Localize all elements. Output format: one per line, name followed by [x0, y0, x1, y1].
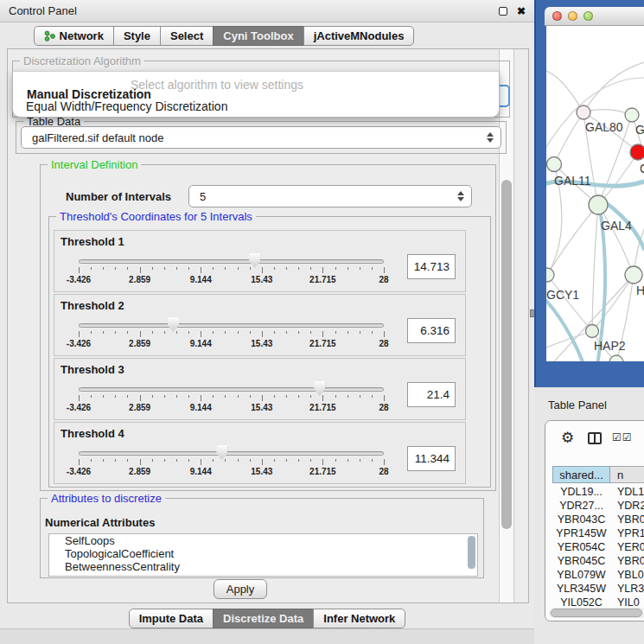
- column-header-name[interactable]: n: [610, 466, 644, 483]
- cell-name: YIL0: [610, 596, 644, 607]
- select-columns-checkbox-icons[interactable]: ☑☑: [612, 431, 633, 443]
- network-edge: [583, 62, 644, 112]
- network-node-GAL80[interactable]: [577, 105, 590, 119]
- apply-button[interactable]: Apply: [214, 579, 267, 599]
- panel-title: Control Panel: [9, 4, 499, 17]
- network-node-node-top-right[interactable]: [625, 108, 639, 122]
- network-edge: [554, 112, 583, 164]
- cell-name: YDR2: [610, 500, 644, 512]
- slider-tick-label: 21.715: [301, 275, 344, 284]
- slider-tick-label: -3.426: [57, 467, 100, 476]
- threshold-value-field[interactable]: 21.4: [407, 382, 456, 407]
- slider-tick-label: 15.43: [240, 467, 284, 476]
- control-panel-titlebar: Control Panel ✖: [0, 0, 534, 22]
- network-edge: [547, 205, 598, 275]
- columns-icon[interactable]: [588, 432, 602, 444]
- algorithm-option-2[interactable]: Equal Width/Frequency Discretization: [26, 100, 227, 112]
- threshold-4-block: Threshold 4 -3.4262.8599.14415.4321.7152…: [54, 422, 466, 484]
- tab-select[interactable]: Select: [160, 26, 214, 46]
- table-row[interactable]: YBL079WYBL0: [552, 568, 644, 582]
- network-node-bottom-node[interactable]: [609, 355, 623, 361]
- slider-ticks: [79, 267, 384, 274]
- number-of-intervals-label: Number of Intervals: [66, 190, 171, 203]
- slider-tick-label: 28: [362, 275, 405, 284]
- slider-tick-label: 9.144: [179, 403, 222, 412]
- cell-name: YPR1: [610, 527, 644, 539]
- list-scrollbar-thumb[interactable]: [468, 536, 475, 569]
- desktop-strip: [0, 629, 534, 644]
- panel-scrollbar-thumb[interactable]: [501, 180, 512, 529]
- threshold-slider-handle[interactable]: [249, 253, 260, 268]
- threshold-slider-track[interactable]: [79, 387, 384, 392]
- network-edge: [547, 275, 592, 331]
- threshold-slider-track[interactable]: [79, 259, 384, 264]
- threshold-1-block: Threshold 1 -3.4262.8599.14415.4321.7152…: [54, 230, 466, 292]
- slider-tick-label: 2.859: [118, 467, 162, 476]
- network-window-titlebar[interactable]: [545, 7, 644, 26]
- table-row[interactable]: YDR27...YDR2: [552, 499, 644, 513]
- network-node-GAL4[interactable]: [589, 195, 608, 214]
- threshold-slider-handle[interactable]: [168, 317, 179, 332]
- cell-shared-name: YLR345W: [552, 583, 610, 595]
- network-node-label: C: [640, 162, 644, 175]
- float-window-icon[interactable]: [499, 7, 507, 16]
- numerical-attributes-label: Numerical Attributes: [45, 516, 155, 529]
- table-row[interactable]: YIL052CYIL0: [552, 596, 644, 607]
- table-row[interactable]: YBR043CYBR0: [552, 513, 644, 526]
- slider-tick-label: 2.859: [118, 275, 162, 284]
- network-node-HAP2[interactable]: [586, 325, 599, 338]
- table-data-combo[interactable]: galFiltered.sif default node: [21, 126, 501, 149]
- slider-tick-label: 15.43: [240, 339, 284, 348]
- cell-shared-name: YIL052C: [552, 596, 610, 607]
- minimize-traffic-light[interactable]: [568, 11, 577, 21]
- table-row[interactable]: YLR345WYLR3: [552, 582, 644, 596]
- tab-jactivemnodules[interactable]: jActiveMNodules: [303, 26, 415, 46]
- tab-network[interactable]: Network: [34, 26, 114, 46]
- attribute-list-item[interactable]: SelfLoops: [49, 534, 477, 547]
- threshold-slider-handle[interactable]: [216, 445, 227, 460]
- attribute-list-item[interactable]: BetweennessCentrality: [49, 560, 477, 573]
- algorithm-dropdown-popup: Select algorithm to view settings Manual…: [12, 71, 500, 118]
- table-row[interactable]: YPR145WYPR1: [552, 526, 644, 540]
- network-node-selected-node[interactable]: [630, 144, 644, 160]
- cell-name: YLR3: [610, 583, 644, 595]
- network-node-GCY1[interactable]: [546, 268, 554, 282]
- table-row[interactable]: YBR045CYBR0: [552, 554, 644, 568]
- network-view-canvas[interactable]: GAL80GCGAL11GAL4GCY1HHAP2: [546, 26, 644, 361]
- cell-shared-name: YBR043C: [552, 513, 610, 526]
- table-row[interactable]: YDL19...YDL1: [552, 485, 644, 499]
- network-graph: GAL80GCGAL11GAL4GCY1HHAP2: [546, 26, 644, 361]
- numerical-attributes-list[interactable]: SelfLoopsTopologicalCoefficientBetweenne…: [48, 533, 478, 577]
- threshold-slider-handle[interactable]: [314, 381, 325, 396]
- threshold-slider-track[interactable]: [79, 451, 384, 456]
- table-hscrollbar-track[interactable]: [549, 608, 644, 618]
- tab-cyni-toolbox[interactable]: Cyni Toolbox: [213, 26, 303, 46]
- slider-tick-label: -3.426: [57, 403, 100, 412]
- network-node-GAL11[interactable]: [547, 157, 562, 172]
- network-node-H-node[interactable]: [625, 266, 642, 284]
- close-traffic-light[interactable]: [552, 11, 562, 21]
- threshold-label: Threshold 1: [61, 235, 124, 248]
- slider-tick-label: 28: [362, 403, 405, 412]
- slider-tick-labels: -3.4262.8599.14415.4321.71528: [79, 339, 384, 349]
- number-of-intervals-value: 5: [200, 190, 457, 203]
- close-icon[interactable]: ✖: [517, 6, 526, 16]
- tab-infer-network[interactable]: Infer Network: [313, 609, 405, 628]
- attribute-list-item[interactable]: TopologicalCoefficient: [49, 547, 477, 560]
- table-row[interactable]: YER054CYER0: [552, 540, 644, 554]
- threshold-value-field[interactable]: 11.344: [407, 446, 456, 471]
- threshold-slider-track[interactable]: [79, 323, 384, 328]
- algorithm-option-1[interactable]: Manual Discretization: [27, 88, 151, 100]
- zoom-traffic-light[interactable]: [583, 11, 593, 21]
- table-hscrollbar-thumb[interactable]: [551, 609, 642, 617]
- number-of-intervals-combo[interactable]: 5: [188, 185, 472, 207]
- slider-tick-label: 21.715: [301, 339, 344, 348]
- threshold-value-field[interactable]: 6.316: [407, 318, 456, 343]
- threshold-value-field[interactable]: 14.713: [407, 254, 456, 279]
- gear-icon[interactable]: ⚙: [561, 429, 574, 447]
- combo-spinner-icon: [487, 132, 494, 143]
- tab-impute-data[interactable]: Impute Data: [129, 609, 214, 628]
- column-header-shared-name[interactable]: shared...: [552, 466, 610, 483]
- tab-discretize-data[interactable]: Discretize Data: [213, 609, 314, 628]
- tab-style[interactable]: Style: [113, 26, 161, 46]
